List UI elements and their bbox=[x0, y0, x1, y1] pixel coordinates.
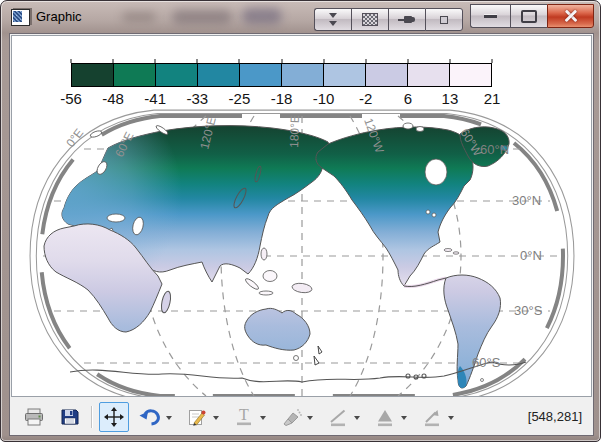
minimize-icon bbox=[484, 15, 497, 18]
save-button[interactable] bbox=[55, 402, 85, 432]
ink-dropdown-arrow[interactable] bbox=[307, 416, 313, 423]
save-floppy-icon bbox=[59, 406, 81, 428]
text-tool-icon: T bbox=[233, 406, 255, 428]
caption-system-group bbox=[470, 4, 594, 28]
caption-tool-group bbox=[314, 8, 463, 31]
glass-blur-artifact bbox=[242, 8, 282, 24]
polygon-tool-button[interactable] bbox=[370, 402, 400, 432]
box-button[interactable] bbox=[425, 8, 463, 31]
line-tool-button[interactable] bbox=[323, 402, 353, 432]
lon-label: 0°E bbox=[63, 126, 86, 150]
maximize-icon bbox=[521, 10, 537, 23]
bottom-toolbar: T bbox=[11, 398, 592, 435]
pan-tool-button[interactable] bbox=[99, 402, 129, 432]
cursor-coordinates: [548,281] bbox=[528, 409, 582, 424]
app-icon-pixels bbox=[13, 11, 22, 22]
glass-blur-artifact bbox=[122, 12, 156, 22]
glass-blur-artifact bbox=[172, 10, 232, 24]
lat-label: 30°S bbox=[514, 303, 543, 318]
screenshot-stage: Graphic bbox=[0, 0, 601, 442]
pan-arrows-icon bbox=[103, 406, 125, 428]
polygon-dropdown-arrow[interactable] bbox=[401, 416, 407, 423]
ink-sprayer-icon bbox=[279, 406, 303, 428]
ink-tool-button[interactable] bbox=[276, 402, 306, 432]
maximize-button[interactable] bbox=[510, 4, 547, 28]
world-map: 60°N 30°N 0°N 30°S 60°S 0°E 60°E 120°E 1… bbox=[12, 36, 591, 396]
lat-label: 60°S bbox=[472, 355, 501, 370]
double-chevron-down-icon bbox=[329, 12, 337, 28]
pattern-button[interactable] bbox=[351, 8, 388, 31]
undo-button[interactable] bbox=[135, 402, 165, 432]
window-title: Graphic bbox=[36, 9, 82, 24]
edit-tool-button[interactable] bbox=[182, 402, 212, 432]
pin-button[interactable] bbox=[388, 8, 425, 31]
line-dropdown-arrow[interactable] bbox=[354, 416, 360, 423]
arrow-tool-icon bbox=[421, 406, 443, 428]
edit-pencil-icon bbox=[186, 406, 208, 428]
app-icon bbox=[11, 9, 30, 26]
lat-label: 0°N bbox=[520, 248, 542, 263]
titlebar[interactable]: Graphic bbox=[2, 2, 599, 32]
polygon-triangle-icon bbox=[374, 406, 396, 428]
graphic-window: Graphic bbox=[0, 0, 601, 442]
lat-label: 30°N bbox=[512, 193, 541, 208]
collapse-button[interactable] bbox=[314, 8, 351, 31]
line-tool-icon bbox=[327, 406, 349, 428]
printer-icon bbox=[23, 406, 45, 428]
text-dropdown-arrow[interactable] bbox=[260, 416, 266, 423]
lon-label: 180°E bbox=[287, 115, 302, 148]
arrow-dropdown-arrow[interactable] bbox=[448, 416, 454, 423]
push-pin-icon bbox=[398, 15, 416, 24]
edit-dropdown-arrow[interactable] bbox=[213, 416, 219, 423]
text-tool-button[interactable]: T bbox=[229, 402, 259, 432]
client-area: -56-48-41-33-25-18-10-261321 bbox=[9, 33, 594, 436]
undo-dropdown-arrow[interactable] bbox=[166, 416, 172, 423]
close-button[interactable] bbox=[547, 4, 594, 28]
minimize-button[interactable] bbox=[470, 4, 510, 28]
graphic-canvas[interactable]: -56-48-41-33-25-18-10-261321 bbox=[11, 35, 592, 397]
toolbar-separator bbox=[91, 406, 93, 428]
small-box-icon bbox=[440, 16, 448, 24]
arrow-tool-button[interactable] bbox=[417, 402, 447, 432]
dither-square-icon bbox=[362, 13, 378, 26]
print-button[interactable] bbox=[19, 402, 49, 432]
svg-text:T: T bbox=[239, 406, 249, 423]
undo-arrow-icon bbox=[138, 406, 162, 428]
